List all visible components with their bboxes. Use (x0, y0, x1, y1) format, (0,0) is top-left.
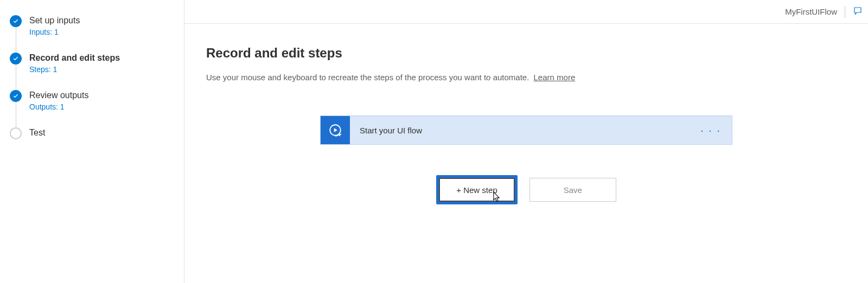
flow-start-card[interactable]: Start your UI flow · · · (320, 115, 732, 145)
wizard-step-title: Set up inputs (29, 16, 80, 25)
new-step-highlight: + New step (436, 175, 517, 204)
flow-canvas: Start your UI flow · · · + New step Save (206, 115, 846, 204)
wizard-step-title: Test (29, 128, 45, 138)
step-rail (16, 102, 16, 127)
wizard-step-record-edit[interactable]: Record and edit steps Steps: 1 (10, 53, 174, 74)
main-panel: MyFirstUIFlow Record and edit steps Use … (184, 0, 868, 283)
step-rail (16, 65, 16, 90)
step-rail (16, 27, 16, 53)
learn-more-link[interactable]: Learn more (534, 73, 576, 82)
topbar-divider (845, 6, 845, 18)
wizard-step-review-outputs[interactable]: Review outputs Outputs: 1 (10, 90, 174, 111)
wizard-step-setup-inputs[interactable]: Set up inputs Inputs: 1 (10, 15, 174, 36)
page-description: Use your mouse and keyboard to recreate … (206, 72, 846, 83)
wizard-step-title: Record and edit steps (29, 53, 120, 63)
wizard-step-sub[interactable]: Outputs: 1 (29, 102, 88, 111)
wizard-steps-sidebar: Set up inputs Inputs: 1 Record and edit … (0, 0, 184, 283)
step-done-icon (10, 15, 22, 27)
flow-start-card-label: Start your UI flow (350, 126, 690, 135)
new-step-button[interactable]: + New step (439, 178, 514, 202)
step-done-icon (10, 53, 22, 65)
wizard-step-test[interactable]: Test (10, 127, 174, 139)
flow-play-icon (321, 116, 350, 144)
wizard-step-sub[interactable]: Inputs: 1 (29, 28, 80, 36)
page-description-text: Use your mouse and keyboard to recreate … (206, 73, 529, 82)
feedback-icon[interactable] (853, 6, 863, 17)
step-pending-icon (10, 127, 22, 139)
action-button-row: + New step Save (436, 175, 616, 204)
step-done-icon (10, 90, 22, 102)
flow-card-more-icon[interactable]: · · · (690, 124, 732, 137)
top-bar: MyFirstUIFlow (184, 0, 868, 24)
page-title: Record and edit steps (206, 46, 846, 61)
content-area: Record and edit steps Use your mouse and… (184, 24, 868, 204)
save-button[interactable]: Save (529, 178, 616, 202)
wizard-step-sub[interactable]: Steps: 1 (29, 65, 120, 74)
wizard-step-title: Review outputs (29, 91, 88, 100)
flow-name-label[interactable]: MyFirstUIFlow (785, 7, 837, 16)
